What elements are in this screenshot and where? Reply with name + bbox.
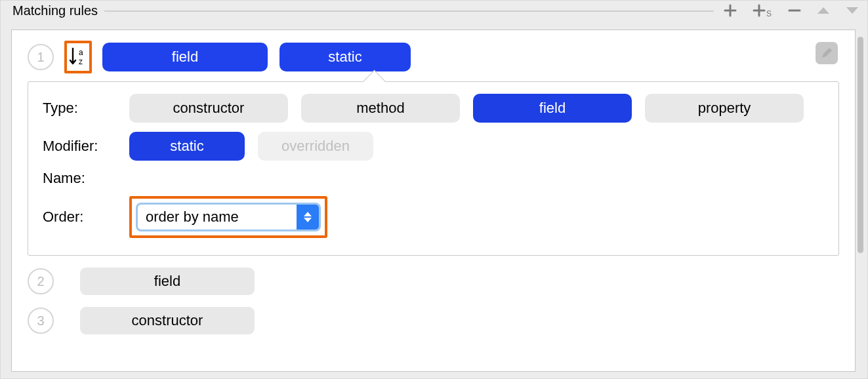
svg-text:a: a [79, 48, 83, 57]
rules-panel: 1 a z field static Type: constr [11, 30, 856, 372]
modifier-option-overridden[interactable]: overridden [258, 132, 373, 161]
rule-detail-card: Type: constructor method field property … [28, 81, 839, 256]
name-row: Name: [43, 170, 824, 187]
rule-index-badge: 3 [28, 308, 54, 334]
matching-rules-section: Matching rules S [0, 0, 868, 379]
order-highlight: order by name [129, 196, 327, 238]
modifier-option-static[interactable]: static [129, 132, 245, 161]
dropdown-stepper-icon [297, 205, 319, 229]
section-header: Matching rules S [1, 1, 867, 20]
type-row: Type: constructor method field property [43, 94, 824, 123]
chip-static[interactable]: static [279, 43, 411, 71]
order-dropdown-value: order by name [138, 209, 239, 226]
move-down-icon[interactable] [845, 5, 859, 16]
rule-index-badge: 2 [28, 268, 54, 294]
section-title: Matching rules [12, 3, 104, 18]
rule-3-chip[interactable]: constructor [80, 307, 255, 334]
sort-by-name-icon[interactable]: a z [64, 41, 92, 73]
type-option-property[interactable]: property [645, 94, 804, 123]
order-row: Order: order by name [43, 196, 824, 238]
type-label: Type: [43, 100, 129, 117]
section-toolbar: S [714, 3, 859, 18]
modifier-label: Modifier: [43, 138, 129, 155]
modifier-options: static overridden [129, 132, 373, 161]
type-option-field[interactable]: field [473, 94, 632, 123]
svg-text:z: z [79, 57, 83, 66]
order-dropdown[interactable]: order by name [136, 203, 321, 231]
order-label: Order: [43, 209, 129, 226]
rule-1-chips: field static [102, 43, 411, 71]
remove-icon[interactable] [787, 3, 802, 18]
rule-index-badge: 1 [28, 44, 54, 70]
rule-2-chip[interactable]: field [80, 268, 255, 295]
add-section-icon[interactable]: S [752, 3, 773, 18]
section-divider [104, 10, 714, 12]
name-label: Name: [43, 170, 129, 187]
rule-row-3[interactable]: 3 constructor [28, 307, 839, 334]
svg-text:S: S [766, 9, 772, 18]
type-options: constructor method field property [129, 94, 804, 123]
rule-row-1[interactable]: 1 a z field static [28, 41, 839, 73]
add-icon[interactable] [723, 3, 737, 18]
edit-rule-button[interactable] [816, 42, 838, 64]
modifier-row: Modifier: static overridden [43, 132, 824, 161]
scrollbar-thumb[interactable] [858, 37, 863, 253]
type-option-method[interactable]: method [301, 94, 460, 123]
rule-row-2[interactable]: 2 field [28, 268, 839, 295]
type-option-constructor[interactable]: constructor [129, 94, 288, 123]
chip-field[interactable]: field [102, 43, 268, 71]
move-up-icon[interactable] [816, 5, 831, 16]
